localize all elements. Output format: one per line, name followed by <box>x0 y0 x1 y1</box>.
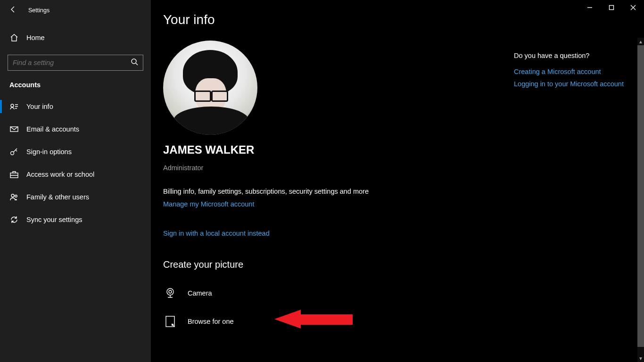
svg-point-6 <box>15 195 17 197</box>
svg-point-0 <box>132 59 136 64</box>
search-icon <box>131 58 138 67</box>
window-title: Settings <box>28 7 50 14</box>
sidebar-item-your-info[interactable]: Your info <box>8 95 143 118</box>
back-button[interactable] <box>9 6 17 15</box>
scroll-up-button[interactable]: ▲ <box>637 38 644 45</box>
sidebar: Settings Home Accounts <box>0 0 151 362</box>
svg-point-5 <box>11 194 14 197</box>
person-card-icon <box>9 102 19 111</box>
manage-account-link[interactable]: Manage my Microsoft account <box>163 200 254 208</box>
window-controls <box>579 0 644 15</box>
home-icon <box>9 33 19 42</box>
sidebar-item-label: Access work or school <box>26 171 94 178</box>
camera-option[interactable]: Camera <box>163 282 644 304</box>
scroll-down-button[interactable]: ▼ <box>637 354 644 362</box>
account-description: Billing info, family settings, subscript… <box>163 188 644 195</box>
people-icon <box>9 193 19 201</box>
sidebar-item-family-users[interactable]: Family & other users <box>8 186 143 208</box>
help-link-login-account[interactable]: Logging in to your Microsoft account <box>514 80 632 88</box>
svg-point-7 <box>167 288 173 295</box>
minimize-button[interactable] <box>579 0 601 15</box>
local-account-link[interactable]: Sign in with a local account instead <box>163 230 270 237</box>
key-icon <box>9 148 19 156</box>
sync-icon <box>9 215 19 224</box>
help-link-create-account[interactable]: Creating a Microsoft account <box>514 68 632 75</box>
svg-point-10 <box>172 324 173 326</box>
help-panel: Do you have a question? Creating a Micro… <box>514 52 632 92</box>
profile-picture <box>163 41 257 135</box>
page-title: Your info <box>163 12 644 27</box>
sidebar-item-label: Sign-in options <box>26 148 72 156</box>
mail-icon <box>9 125 19 133</box>
svg-point-3 <box>11 152 14 155</box>
picture-file-icon <box>163 315 177 328</box>
svg-point-8 <box>169 290 172 293</box>
home-label: Home <box>26 34 45 41</box>
sidebar-item-signin-options[interactable]: Sign-in options <box>8 140 143 163</box>
user-role: Administrator <box>163 164 644 172</box>
svg-point-1 <box>11 104 14 107</box>
svg-rect-11 <box>610 6 614 10</box>
sidebar-item-sync-settings[interactable]: Sync your settings <box>8 208 143 231</box>
sidebar-item-label: Your info <box>26 103 53 110</box>
annotation-arrow <box>274 310 353 329</box>
camera-icon <box>163 287 177 299</box>
main-content: Your info JAMES WALKER Administrator Bil… <box>151 0 644 362</box>
maximize-button[interactable] <box>601 0 622 15</box>
sidebar-item-label: Email & accounts <box>26 125 79 133</box>
user-name: JAMES WALKER <box>163 143 644 156</box>
create-picture-heading: Create your picture <box>163 259 644 270</box>
sidebar-item-email-accounts[interactable]: Email & accounts <box>8 118 143 140</box>
home-button[interactable]: Home <box>8 27 143 48</box>
browse-option[interactable]: Browse for one <box>163 311 644 332</box>
scrollbar-thumb[interactable] <box>637 45 644 347</box>
search-input[interactable] <box>8 55 143 71</box>
search-field[interactable] <box>13 59 131 66</box>
close-button[interactable] <box>622 0 644 15</box>
help-title: Do you have a question? <box>514 52 632 59</box>
sidebar-item-label: Sync your settings <box>26 216 82 223</box>
sidebar-item-label: Family & other users <box>26 193 89 201</box>
section-header: Accounts <box>8 81 143 89</box>
briefcase-icon <box>9 170 19 179</box>
option-label: Browse for one <box>188 318 234 325</box>
option-label: Camera <box>188 289 212 297</box>
sidebar-item-access-work-school[interactable]: Access work or school <box>8 163 143 186</box>
